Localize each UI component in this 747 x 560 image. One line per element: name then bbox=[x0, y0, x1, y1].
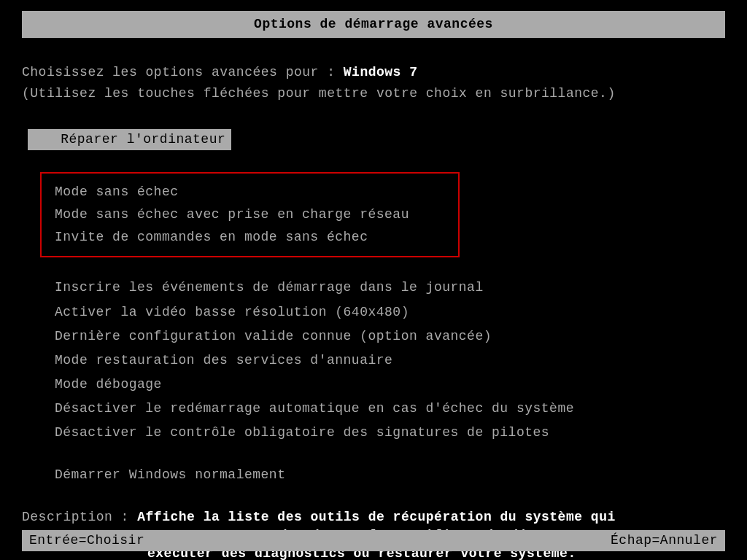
menu-item-repair-computer[interactable]: Réparer l'ordinateur bbox=[28, 129, 231, 150]
menu-item-disable-driver-sig[interactable]: Désactiver le contrôle obligatoire des s… bbox=[55, 421, 725, 445]
menu-item-boot-logging[interactable]: Inscrire les événements de démarrage dan… bbox=[55, 276, 725, 300]
menu-item-safe-mode[interactable]: Mode sans échec bbox=[55, 181, 445, 203]
hint-text: (Utilisez les touches fléchées pour mett… bbox=[22, 85, 725, 103]
description-line: Affiche la liste des outils de récupérat… bbox=[137, 510, 616, 524]
menu-item-disable-auto-restart[interactable]: Désactiver le redémarrage automatique en… bbox=[55, 397, 725, 421]
page-title: Options de démarrage avancées bbox=[22, 11, 725, 38]
menu-item-directory-restore[interactable]: Mode restauration des services d'annuair… bbox=[55, 349, 725, 373]
menu-item-last-known-good[interactable]: Dernière configuration valide connue (op… bbox=[55, 324, 725, 349]
menu-item-safe-mode-network[interactable]: Mode sans échec avec prise en charge rés… bbox=[55, 203, 445, 226]
description-label: Description : bbox=[22, 510, 137, 524]
os-name: Windows 7 bbox=[344, 65, 418, 79]
footer-enter-hint: Entrée=Choisir bbox=[29, 532, 144, 550]
instruction-prefix: Choisissez les options avancées pour : bbox=[22, 65, 344, 79]
safe-mode-group: Mode sans échec Mode sans échec avec pri… bbox=[40, 172, 460, 258]
options-group: Inscrire les événements de démarrage dan… bbox=[55, 276, 725, 445]
menu-item-low-res-video[interactable]: Activer la vidéo basse résolution (640x4… bbox=[55, 300, 725, 324]
footer-escape-hint: Échap=Annuler bbox=[611, 532, 718, 550]
menu-item-safe-mode-command[interactable]: Invite de commandes en mode sans échec bbox=[55, 226, 445, 249]
instruction-text: Choisissez les options avancées pour : W… bbox=[22, 63, 725, 82]
menu-item-debug-mode[interactable]: Mode débogage bbox=[55, 373, 725, 397]
menu-item-start-normally[interactable]: Démarrer Windows normalement bbox=[55, 464, 725, 486]
footer-bar: Entrée=Choisir Échap=Annuler bbox=[22, 530, 725, 551]
